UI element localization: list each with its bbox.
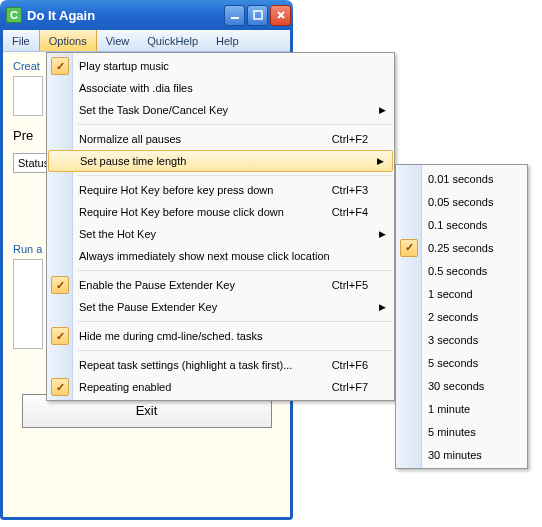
menu-shortcut: Ctrl+F4 <box>332 206 368 218</box>
menu-shortcut: Ctrl+F7 <box>332 381 368 393</box>
menu-item-label: Require Hot Key before key press down <box>79 184 273 196</box>
menu-item[interactable]: Set pause time length▶ <box>48 150 393 172</box>
menu-shortcut: Ctrl+F3 <box>332 184 368 196</box>
submenu-item-label: 3 seconds <box>428 334 478 346</box>
menu-separator <box>77 175 392 176</box>
submenu-item[interactable]: 5 seconds <box>396 351 527 374</box>
partial-box-1 <box>13 76 43 116</box>
check-icon <box>51 378 69 396</box>
submenu-item-label: 30 seconds <box>428 380 484 392</box>
app-icon: C <box>6 7 22 23</box>
submenu-item[interactable]: 3 seconds <box>396 328 527 351</box>
submenu-item-label: 0.05 seconds <box>428 196 493 208</box>
menu-item[interactable]: Repeating enabledCtrl+F7 <box>47 376 394 398</box>
submenu-arrow-icon: ▶ <box>379 229 386 239</box>
submenu-item[interactable]: 0.5 seconds <box>396 259 527 282</box>
check-icon <box>51 276 69 294</box>
menu-separator <box>77 270 392 271</box>
menu-item-label: Require Hot Key before mouse click down <box>79 206 284 218</box>
submenu-item[interactable]: 30 minutes <box>396 443 527 466</box>
submenu-item-label: 30 minutes <box>428 449 482 461</box>
menu-item[interactable]: Always immediately show next mouse click… <box>47 245 394 267</box>
menu-item[interactable]: Require Hot Key before mouse click downC… <box>47 201 394 223</box>
menu-item-label: Associate with .dia files <box>79 82 193 94</box>
check-icon <box>400 239 418 257</box>
menu-separator <box>77 124 392 125</box>
submenu-item[interactable]: 0.25 seconds <box>396 236 527 259</box>
menu-shortcut: Ctrl+F6 <box>332 359 368 371</box>
pause-time-submenu: 0.01 seconds0.05 seconds0.1 seconds0.25 … <box>395 164 528 469</box>
menu-item-label: Set the Hot Key <box>79 228 156 240</box>
menu-item-label: Repeating enabled <box>79 381 171 393</box>
submenu-item-label: 0.1 seconds <box>428 219 487 231</box>
submenu-item[interactable]: 0.1 seconds <box>396 213 527 236</box>
submenu-item-label: 1 second <box>428 288 473 300</box>
menu-item[interactable]: Normalize all pausesCtrl+F2 <box>47 128 394 150</box>
menu-item-label: Always immediately show next mouse click… <box>79 250 330 262</box>
svg-rect-0 <box>231 17 239 19</box>
menu-item[interactable]: Play startup music <box>47 55 394 77</box>
submenu-item[interactable]: 1 minute <box>396 397 527 420</box>
svg-rect-1 <box>254 11 262 19</box>
submenu-item[interactable]: 5 minutes <box>396 420 527 443</box>
submenu-item-label: 0.01 seconds <box>428 173 493 185</box>
submenu-item-label: 1 minute <box>428 403 470 415</box>
menu-item[interactable]: Associate with .dia files <box>47 77 394 99</box>
submenu-item-label: 5 minutes <box>428 426 476 438</box>
maximize-button[interactable] <box>247 5 268 26</box>
menu-bar: File Options View QuickHelp Help <box>3 30 290 52</box>
submenu-arrow-icon: ▶ <box>379 105 386 115</box>
menu-item[interactable]: Set the Hot Key▶ <box>47 223 394 245</box>
menu-item-label: Enable the Pause Extender Key <box>79 279 235 291</box>
menu-item[interactable]: Require Hot Key before key press downCtr… <box>47 179 394 201</box>
menu-item-label: Set the Pause Extender Key <box>79 301 217 313</box>
submenu-item[interactable]: 1 second <box>396 282 527 305</box>
menu-item[interactable]: Set the Task Done/Cancel Key▶ <box>47 99 394 121</box>
menu-quickhelp[interactable]: QuickHelp <box>138 30 207 51</box>
menu-shortcut: Ctrl+F2 <box>332 133 368 145</box>
partial-box-2 <box>13 259 43 349</box>
menu-item[interactable]: Repeat task settings (highlight a task f… <box>47 354 394 376</box>
title-bar: C Do It Again <box>0 0 293 30</box>
menu-shortcut: Ctrl+F5 <box>332 279 368 291</box>
menu-separator <box>77 350 392 351</box>
submenu-item-label: 5 seconds <box>428 357 478 369</box>
submenu-arrow-icon: ▶ <box>379 302 386 312</box>
submenu-item[interactable]: 0.01 seconds <box>396 167 527 190</box>
submenu-item-label: 2 seconds <box>428 311 478 323</box>
menu-item-label: Hide me during cmd-line/sched. tasks <box>79 330 262 342</box>
menu-file[interactable]: File <box>3 30 39 51</box>
menu-separator <box>77 321 392 322</box>
close-button[interactable] <box>270 5 291 26</box>
window-controls <box>224 5 291 26</box>
menu-item-label: Repeat task settings (highlight a task f… <box>79 359 292 371</box>
menu-item-label: Set pause time length <box>80 155 186 167</box>
submenu-arrow-icon: ▶ <box>377 156 384 166</box>
menu-options[interactable]: Options <box>39 30 97 51</box>
submenu-item-label: 0.5 seconds <box>428 265 487 277</box>
menu-view[interactable]: View <box>97 30 139 51</box>
submenu-item[interactable]: 0.05 seconds <box>396 190 527 213</box>
menu-item[interactable]: Set the Pause Extender Key▶ <box>47 296 394 318</box>
check-icon <box>51 57 69 75</box>
menu-item[interactable]: Enable the Pause Extender KeyCtrl+F5 <box>47 274 394 296</box>
menu-item-label: Play startup music <box>79 60 169 72</box>
window-title: Do It Again <box>27 8 224 23</box>
menu-item-label: Normalize all pauses <box>79 133 181 145</box>
menu-item[interactable]: Hide me during cmd-line/sched. tasks <box>47 325 394 347</box>
minimize-button[interactable] <box>224 5 245 26</box>
submenu-item[interactable]: 2 seconds <box>396 305 527 328</box>
options-menu: Play startup musicAssociate with .dia fi… <box>46 52 395 401</box>
check-icon <box>51 327 69 345</box>
submenu-item[interactable]: 30 seconds <box>396 374 527 397</box>
menu-help[interactable]: Help <box>207 30 248 51</box>
submenu-item-label: 0.25 seconds <box>428 242 493 254</box>
menu-item-label: Set the Task Done/Cancel Key <box>79 104 228 116</box>
